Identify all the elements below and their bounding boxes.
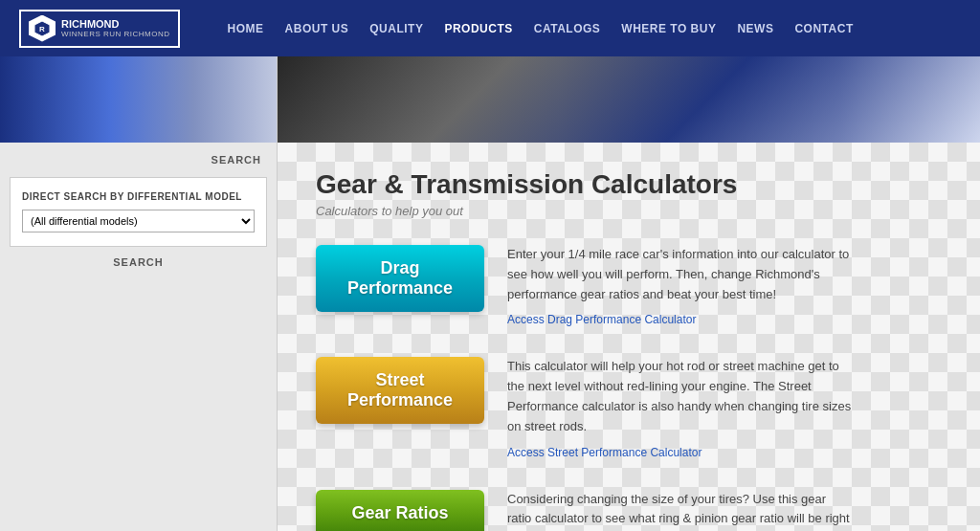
logo-text: RICHMOND: [61, 18, 170, 30]
gear-ratios-text: Considering changing the size of your ti…: [507, 490, 852, 531]
nav-home[interactable]: HOME: [228, 22, 264, 35]
page-body: SEARCH DIRECT SEARCH BY DIFFERENTIAL MOD…: [0, 56, 980, 531]
hero-strip: [278, 56, 980, 143]
sidebar-filter-label: DIRECT SEARCH BY DIFFERENTIAL MODEL: [22, 191, 255, 202]
nav-products[interactable]: PRODUCTS: [444, 22, 512, 35]
gear-ratios-button[interactable]: Gear Ratios: [316, 490, 484, 531]
sidebar-search-top-label: SEARCH: [0, 143, 277, 177]
main-content: Gear & Transmission Calculators Calculat…: [278, 56, 980, 531]
drag-performance-link[interactable]: Access Drag Performance Calculator: [507, 313, 696, 326]
svg-text:R: R: [39, 25, 45, 33]
gear-ratios-description: Considering changing the size of your ti…: [507, 490, 852, 531]
nav-news[interactable]: NEWS: [737, 22, 773, 35]
sidebar-banner: [0, 56, 277, 143]
differential-model-dropdown[interactable]: (All differential models): [22, 210, 255, 232]
nav-wheretobuy[interactable]: WHERE TO BUY: [621, 22, 716, 35]
logo-shield-icon: R: [29, 15, 56, 42]
sidebar-filter-box: DIRECT SEARCH BY DIFFERENTIAL MODEL (All…: [10, 177, 267, 247]
street-performance-description: This calculator will help your hot rod o…: [507, 357, 852, 436]
drag-performance-description: Enter your 1/4 mile race car's informati…: [507, 245, 852, 304]
nav-quality[interactable]: QUALITY: [369, 22, 423, 35]
drag-performance-section: Drag Performance Enter your 1/4 mile rac…: [316, 245, 942, 326]
street-performance-section: Street Performance This calculator will …: [316, 357, 942, 458]
drag-performance-button[interactable]: Drag Performance: [316, 245, 484, 312]
street-performance-link[interactable]: Access Street Performance Calculator: [507, 446, 702, 459]
page-subtitle: Calculators to help you out: [316, 204, 942, 218]
drag-performance-text: Enter your 1/4 mile race car's informati…: [507, 245, 852, 326]
gear-ratios-section: Gear Ratios Considering changing the siz…: [316, 490, 942, 531]
nav-about[interactable]: ABOUT US: [285, 22, 349, 35]
nav-catalogs[interactable]: CATALOGS: [534, 22, 601, 35]
sidebar-search-button[interactable]: SEARCH: [0, 247, 277, 277]
street-performance-button[interactable]: Street Performance: [316, 357, 484, 424]
nav-contact[interactable]: CONTACT: [794, 22, 853, 35]
logo[interactable]: R RICHMOND WINNERS RUN RICHMOND: [19, 10, 180, 48]
sidebar: SEARCH DIRECT SEARCH BY DIFFERENTIAL MOD…: [0, 56, 278, 531]
navbar: R RICHMOND WINNERS RUN RICHMOND HOME ABO…: [0, 0, 980, 56]
street-performance-text: This calculator will help your hot rod o…: [507, 357, 852, 458]
main-nav: HOME ABOUT US QUALITY PRODUCTS CATALOGS …: [228, 22, 854, 35]
logo-subtext: WINNERS RUN RICHMOND: [61, 30, 170, 38]
content-area: Gear & Transmission Calculators Calculat…: [278, 143, 980, 531]
page-title: Gear & Transmission Calculators: [316, 169, 942, 200]
